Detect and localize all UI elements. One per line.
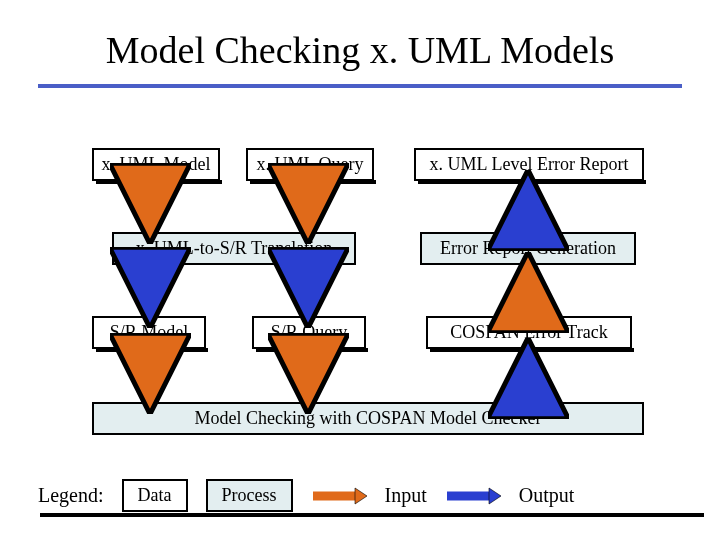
box-label: x. UML-to-S/R Translation bbox=[114, 234, 354, 263]
legend: Legend: Data Process Input Output bbox=[38, 479, 700, 512]
title-rule bbox=[38, 84, 682, 88]
legend-output-label: Output bbox=[519, 484, 575, 507]
legend-data-label: Data bbox=[138, 485, 172, 505]
box-label: Error Report Generation bbox=[422, 234, 634, 263]
box-translation: x. UML-to-S/R Translation bbox=[112, 232, 356, 265]
box-xuml-query: x. UML Query bbox=[246, 148, 374, 181]
box-error-gen: Error Report Generation bbox=[420, 232, 636, 265]
box-sr-model: S/R Model bbox=[92, 316, 206, 349]
box-label: x. UML Model bbox=[94, 150, 218, 179]
legend-process-box: Process bbox=[206, 479, 293, 512]
legend-input-label: Input bbox=[385, 484, 427, 507]
box-label: Model Checking with COSPAN Model Checker bbox=[94, 404, 642, 433]
box-xuml-error-report: x. UML Level Error Report bbox=[414, 148, 644, 181]
box-label: x. UML Query bbox=[248, 150, 372, 179]
box-checker: Model Checking with COSPAN Model Checker bbox=[92, 402, 644, 435]
box-label: S/R Query bbox=[254, 318, 364, 347]
box-sr-query: S/R Query bbox=[252, 316, 366, 349]
legend-data-box: Data bbox=[122, 479, 188, 512]
box-label: COSPAN Error Track bbox=[428, 318, 630, 347]
legend-input-arrow-icon bbox=[311, 486, 367, 506]
legend-process-label: Process bbox=[222, 485, 277, 505]
box-label: S/R Model bbox=[94, 318, 204, 347]
slide-title: Model Checking x. UML Models bbox=[0, 0, 720, 84]
box-cospan-track: COSPAN Error Track bbox=[426, 316, 632, 349]
legend-output-arrow-icon bbox=[445, 486, 501, 506]
box-xuml-model: x. UML Model bbox=[92, 148, 220, 181]
legend-label: Legend: bbox=[38, 484, 104, 507]
box-label: x. UML Level Error Report bbox=[416, 150, 642, 179]
